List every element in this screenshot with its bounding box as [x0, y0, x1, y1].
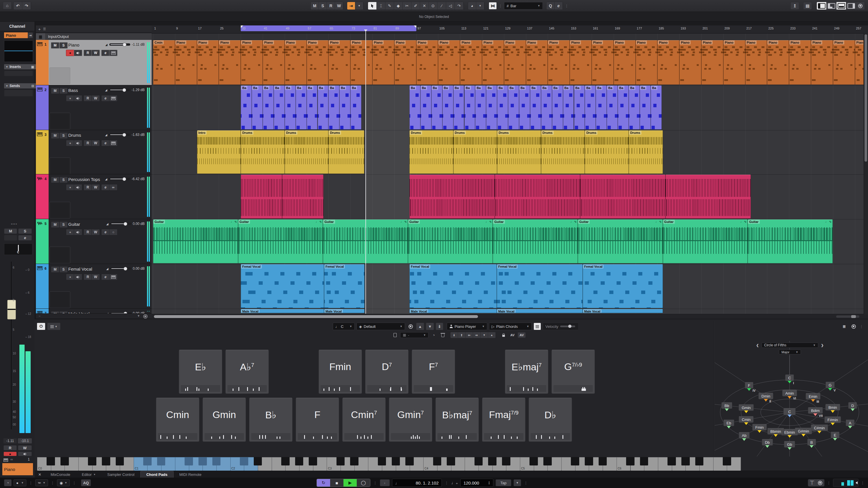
clip-audio[interactable] — [495, 174, 580, 219]
cof-node-B[interactable]: B — [807, 439, 816, 446]
midi-record-dropdown[interactable]: ◉▼ — [57, 479, 70, 486]
pad-move-up-button[interactable]: ⇑ — [458, 332, 466, 338]
tab-sampler-control[interactable]: Sampler Control — [101, 471, 140, 478]
track-volume-control[interactable]: ◢0.00 dB — [106, 312, 145, 314]
track-instrument-button[interactable] — [109, 50, 118, 56]
undo-button[interactable]: ↶ — [13, 2, 22, 9]
left-zone-toggle[interactable] — [817, 2, 827, 9]
clip-piano[interactable]: Piano — [745, 40, 767, 85]
piano-key-black[interactable] — [571, 457, 579, 465]
clip-audio[interactable] — [241, 174, 282, 219]
cycle-button[interactable]: ↻ — [317, 479, 330, 487]
clip-ba[interactable]: Ba — [339, 86, 350, 130]
quantize-edit-button[interactable]: e — [555, 2, 563, 9]
feedback-tool[interactable]: ↷ — [455, 2, 464, 9]
clip-piano[interactable]: Piano — [307, 40, 329, 85]
volume-slider[interactable] — [110, 267, 131, 270]
chord-pad-Emaj7[interactable]: E♭maj7 — [505, 350, 548, 394]
clip-ba[interactable]: Ba — [454, 86, 464, 130]
clip-piano[interactable]: Piano — [241, 40, 263, 85]
track-edit-channel-button[interactable]: e — [101, 50, 110, 56]
save-preset-button[interactable]: ⇓ — [436, 323, 443, 330]
track-edit-channel-button[interactable]: e — [101, 140, 110, 146]
track-settings-gear[interactable] — [143, 314, 148, 319]
lower-zone-kebab[interactable]: ⋮ — [859, 324, 864, 329]
clip-femal-vocal[interactable]: Femal Vocal — [241, 264, 324, 308]
folder-track-row[interactable]: ▆Input/Output — [36, 33, 152, 40]
track-mute-button[interactable]: M — [51, 42, 59, 48]
clip-ba[interactable]: Ba — [574, 86, 585, 130]
meter-value-channel[interactable]: -10.1 — [18, 438, 32, 444]
clip-ba[interactable]: Ba — [296, 86, 307, 130]
piano-key-black[interactable] — [405, 457, 414, 465]
clip-ba[interactable]: Ba — [274, 86, 285, 130]
track-record-arm-button[interactable]: ● — [66, 95, 74, 101]
pad-move-down-button[interactable]: ⇓ — [451, 332, 458, 338]
clip-ba[interactable]: Ba — [541, 86, 552, 130]
clip-guitar[interactable]: Guitar♩ ∿ — [493, 220, 578, 263]
clip-piano[interactable]: Piano — [657, 40, 679, 85]
chevron-down-icon[interactable]: ▼ — [137, 314, 140, 318]
clip-femal-vocal[interactable]: Femal Vocal — [409, 264, 497, 308]
clip-piano[interactable]: Piano — [350, 40, 372, 85]
piano-key-black[interactable] — [378, 457, 386, 465]
color-dropdown[interactable]: ▼ — [476, 2, 484, 9]
cof-node-Ab[interactable]: Ab — [739, 432, 750, 439]
chord-pad-E[interactable]: E♭ — [179, 350, 222, 394]
track-edit-channel-button[interactable]: e — [101, 229, 110, 235]
record-arm-button[interactable]: ● — [3, 452, 17, 456]
adaptive-voicing-reference-button[interactable]: AV — [518, 332, 526, 338]
fader-track[interactable] — [11, 262, 11, 429]
clip-drums[interactable]: Drums — [541, 130, 585, 174]
cof-node-E[interactable]: E — [831, 432, 840, 438]
chord-pad-F[interactable]: F — [296, 398, 339, 442]
piano-key-black[interactable] — [240, 457, 248, 465]
channel-name-chip[interactable]: Piano — [4, 32, 28, 38]
root-key-dropdown[interactable]: ♩C▼ — [333, 323, 355, 330]
scale-dropdown[interactable]: Major▼ — [779, 350, 801, 354]
volume-slider[interactable] — [110, 312, 131, 314]
clip-femal-vocal[interactable]: Femal Vocal — [583, 264, 663, 308]
pad-copy-button[interactable] — [391, 332, 399, 338]
track-read-button[interactable]: R — [84, 95, 92, 101]
clip-drums[interactable]: Drums — [497, 130, 541, 174]
track-volume-control[interactable]: ◢0.00 dB — [106, 222, 145, 226]
track-filter-button[interactable]: ☰ — [43, 27, 46, 31]
voicing-dropdown[interactable]: -▼ — [400, 332, 429, 338]
clip-ba[interactable]: Ba — [252, 86, 263, 130]
redo-button[interactable]: ↷ — [22, 2, 31, 9]
stop-button[interactable]: ■ — [330, 479, 343, 487]
cof-node-Bb[interactable]: Bb — [721, 402, 732, 409]
piano-key-black[interactable] — [254, 457, 262, 465]
clip-piano[interactable]: Piano — [175, 40, 197, 85]
pad-move-right-button[interactable]: ⇨ — [473, 332, 480, 338]
cof-node-Csmin[interactable]: C#min — [811, 425, 828, 431]
chord-pads-display-mode-button[interactable]: ➧ — [47, 323, 60, 330]
metronome-button[interactable]: ⏉ — [808, 479, 816, 486]
clip-ba[interactable]: Ba — [350, 86, 361, 130]
clip-piano[interactable]: Piano — [460, 40, 482, 85]
cof-node-Amin[interactable]: Amin — [782, 390, 797, 397]
chord-pad-Gmin7[interactable]: Gmin7 — [389, 398, 432, 442]
clip-drums[interactable]: Drums — [585, 130, 629, 174]
chord-pad-Cmin[interactable]: Cmin — [156, 398, 199, 442]
track-mute-button[interactable]: M — [51, 311, 59, 314]
track-write-button[interactable]: W — [91, 229, 100, 235]
track-volume-control[interactable]: ◢-1.63 dB — [105, 133, 145, 137]
clip-piano[interactable]: Piano — [438, 40, 460, 85]
cof-node-Gmin[interactable]: Gmin — [738, 404, 754, 411]
clip-ba[interactable]: Ba — [241, 86, 252, 130]
pad-color-button[interactable]: ◔ — [430, 332, 437, 338]
clip-piano[interactable]: Piano — [372, 40, 394, 85]
vertical-scrollbar[interactable] — [864, 33, 868, 314]
color-tool[interactable]: ◕ — [468, 2, 476, 9]
track-read-button[interactable]: R — [84, 229, 92, 235]
track-header-bass[interactable]: 2MSBass◢-1.29 dB●RWe — [36, 85, 152, 130]
track-read-button[interactable]: R — [84, 274, 92, 280]
line-tool[interactable]: ∕ — [437, 2, 446, 9]
assistant-prev-button[interactable]: ❮ — [754, 343, 761, 348]
right-zone-toggle[interactable] — [846, 2, 856, 9]
piano-key-black[interactable] — [502, 457, 510, 465]
volume-slider[interactable] — [109, 178, 130, 180]
track-edit-channel-button[interactable]: e — [101, 274, 110, 280]
